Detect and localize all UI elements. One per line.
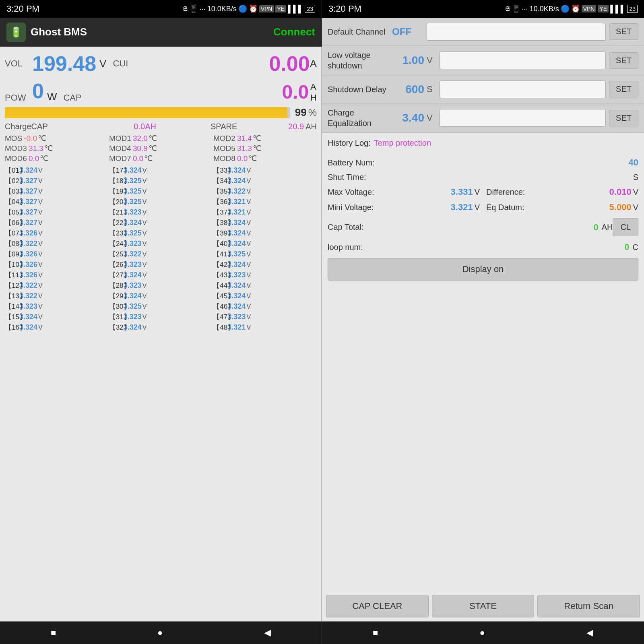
cell-item: 【25】3.322V — [109, 249, 213, 259]
cap-clear-button[interactable]: CAP CLEAR — [326, 595, 429, 617]
cell-val: 3.324 — [19, 313, 37, 321]
voltage-unit: V — [99, 58, 106, 70]
cell-num: 【29】 — [109, 291, 124, 301]
setting-input-field[interactable] — [440, 52, 606, 69]
mod-unit: ℃ — [40, 154, 48, 163]
cell-item: 【21】3.323V — [109, 207, 213, 217]
mod-unit: ℃ — [149, 134, 157, 143]
cell-unit: V — [142, 303, 147, 310]
cell-unit: V — [38, 251, 43, 258]
cell-item: 【17】3.324V — [109, 165, 213, 175]
mod-value: -0.0 — [24, 134, 37, 143]
eq-unit: V — [633, 203, 638, 212]
cell-val: 3.324 — [19, 166, 37, 175]
cell-unit: V — [38, 188, 43, 195]
cell-item: 【08】3.322V — [5, 239, 109, 249]
cell-val: 3.323 — [124, 260, 142, 269]
left-status-icons: 𝕾 📱 ··· 10.0KB/s 🔵 ⏰ VPN YE ▌▌▌ 23 — [183, 4, 315, 13]
setting-input-field[interactable] — [440, 80, 606, 98]
cell-num: 【22】 — [109, 218, 124, 227]
cell-item: 【10】3.326V — [5, 260, 109, 270]
set-button[interactable]: SET — [609, 81, 638, 97]
state-button[interactable]: STATE — [432, 595, 535, 617]
cell-item: 【48】3.321V — [213, 322, 317, 332]
spare-label: SPARE — [159, 122, 288, 131]
cell-item: 【24】3.323V — [109, 239, 213, 249]
cell-item: 【36】3.321V — [213, 197, 317, 207]
cell-unit: V — [142, 240, 147, 248]
cell-item: 【26】3.323V — [109, 260, 213, 270]
right-home-btn[interactable]: ● — [479, 627, 485, 638]
set-button[interactable]: SET — [609, 23, 638, 40]
mod-item: MOD331.3℃ — [5, 144, 108, 153]
r-bt-icon: 🔵 — [561, 4, 570, 13]
mod-unit: ℃ — [144, 154, 153, 163]
cell-item: 【12】3.322V — [5, 281, 109, 291]
cell-num: 【08】 — [5, 239, 19, 248]
vpn-icon: VPN — [259, 5, 274, 12]
cell-unit: V — [38, 261, 43, 268]
connect-button[interactable]: Connect — [273, 26, 315, 38]
cell-unit: V — [246, 324, 251, 331]
cell-item: 【03】3.327V — [5, 186, 109, 196]
progress-bar-fill — [5, 107, 287, 118]
cl-button[interactable]: CL — [613, 218, 638, 236]
cap-total-value: 0 — [593, 222, 598, 233]
loop-num-row: loop num: 0 C — [322, 239, 644, 255]
cell-val: 3.321 — [227, 198, 246, 206]
cell-num: 【27】 — [109, 270, 124, 280]
cell-unit: V — [246, 282, 251, 289]
cell-val: 3.327 — [19, 198, 37, 206]
app-title: Ghost BMS — [31, 26, 273, 38]
charge-cap-label: ChargeCAP — [5, 122, 134, 131]
cell-unit: V — [142, 188, 147, 195]
cell-val: 3.324 — [227, 229, 246, 237]
cell-val: 3.324 — [227, 302, 246, 311]
cell-num: 【05】 — [5, 208, 19, 217]
left-stop-btn[interactable]: ■ — [51, 627, 56, 638]
mod-name: MOD7 — [109, 154, 131, 163]
setting-row-1: Low voltage shutdown 1.00 V SET — [322, 46, 644, 75]
r-ye-icon: YE — [598, 5, 609, 12]
left-home-btn[interactable]: ● — [157, 627, 163, 638]
left-back-btn[interactable]: ◀ — [264, 627, 271, 638]
spare-value: 20.9 — [288, 122, 304, 131]
cell-num: 【31】 — [109, 312, 124, 322]
cell-item: 【45】3.324V — [213, 291, 317, 301]
mod-unit: ℃ — [38, 134, 46, 143]
cap-total-unit: AH — [602, 223, 613, 232]
set-button[interactable]: SET — [609, 52, 638, 69]
setting-name: Low voltage shutdown — [328, 50, 392, 71]
right-back-btn[interactable]: ◀ — [586, 627, 593, 638]
cell-item: 【39】3.324V — [213, 228, 317, 238]
cell-num: 【47】 — [213, 312, 227, 322]
cell-unit: V — [142, 293, 147, 300]
cell-num: 【44】 — [213, 281, 227, 290]
cell-unit: V — [246, 293, 251, 300]
cell-item: 【09】3.326V — [5, 249, 109, 259]
signal-icon: 𝕾 — [183, 5, 188, 13]
r-battery-icon: 23 — [627, 5, 638, 13]
setting-input-field[interactable] — [440, 109, 606, 127]
setting-unit: V — [427, 55, 436, 66]
cell-num: 【19】 — [109, 187, 124, 196]
cell-item: 【41】3.325V — [213, 249, 317, 259]
return-scan-button[interactable]: Return Scan — [537, 595, 640, 617]
battery-num-label: Battery Num: — [328, 158, 629, 167]
cell-val: 3.321 — [227, 208, 246, 217]
cell-val: 3.322 — [19, 292, 37, 300]
diff-label: Difference: — [486, 188, 609, 197]
set-button[interactable]: SET — [609, 110, 638, 126]
loop-num-label: loop num: — [328, 243, 624, 252]
cell-unit: V — [38, 209, 43, 216]
progress-bar-bg — [5, 107, 290, 118]
right-stop-btn[interactable]: ■ — [373, 627, 378, 638]
display-on-button[interactable]: Display on — [328, 258, 638, 281]
setting-input-field[interactable] — [427, 23, 606, 41]
cell-unit: V — [246, 230, 251, 237]
cell-item: 【22】3.324V — [109, 218, 213, 228]
cell-num: 【13】 — [5, 291, 19, 301]
cell-val: 3.325 — [124, 229, 142, 237]
max-voltage-value: 3.331 — [451, 187, 473, 197]
shut-time-row: Shut Time: S — [322, 170, 644, 184]
